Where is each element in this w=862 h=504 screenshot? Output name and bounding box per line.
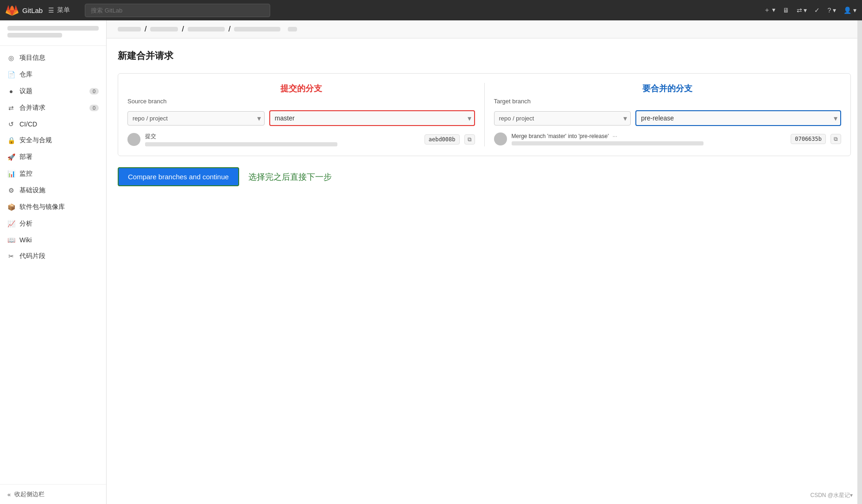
- menu-label: 菜单: [57, 6, 70, 14]
- security-icon: 🔒: [7, 137, 15, 144]
- target-repo-select-wrapper[interactable]: repo / project: [494, 111, 631, 126]
- todo-icon[interactable]: ✓: [814, 6, 820, 14]
- infra-label: 基础设施: [19, 186, 45, 195]
- new-button[interactable]: ＋ ▾: [764, 6, 775, 14]
- source-copy-button[interactable]: ⧉: [464, 134, 475, 145]
- breadcrumb-item-2: [150, 27, 178, 32]
- sidebar-item-packages[interactable]: 📦软件包与镜像库: [0, 199, 106, 215]
- deploy-icon: 🚀: [7, 153, 15, 161]
- hamburger-icon: ☰: [48, 6, 54, 14]
- search-bar[interactable]: [85, 4, 270, 17]
- user-avatar[interactable]: 👤 ▾: [843, 6, 856, 14]
- packages-label: 软件包与镜像库: [19, 203, 65, 211]
- source-repo-select[interactable]: repo / project: [127, 111, 265, 126]
- analytics-label: 分析: [19, 220, 32, 228]
- source-branch-selectors: repo / project master: [127, 110, 475, 126]
- page-body: 新建合并请求 提交的分支 Source branch repo / projec…: [107, 38, 862, 197]
- target-branch-select-wrapper[interactable]: pre-release: [635, 110, 841, 126]
- wiki-label: Wiki: [19, 236, 32, 244]
- sidebar: ◎项目信息📄仓库●议题0⇄合并请求0↺CI/CD🔒安全与合规🚀部署📊监控⚙基础设…: [0, 20, 107, 504]
- sidebar-item-cicd[interactable]: ↺CI/CD: [0, 116, 106, 132]
- monitor-label: 监控: [19, 170, 32, 178]
- target-commit-row: Merge branch 'master' into 'pre-release'…: [494, 132, 842, 145]
- screen-icon[interactable]: 🖥: [783, 6, 789, 14]
- source-branch-select[interactable]: master: [269, 110, 475, 126]
- sidebar-item-security[interactable]: 🔒安全与合规: [0, 132, 106, 149]
- sidebar-item-wiki[interactable]: 📖Wiki: [0, 232, 106, 248]
- compare-annotation: 选择完之后直接下一步: [248, 171, 332, 183]
- issues-badge: 0: [89, 88, 99, 94]
- main-layout: ◎项目信息📄仓库●议题0⇄合并请求0↺CI/CD🔒安全与合规🚀部署📊监控⚙基础设…: [0, 20, 862, 504]
- source-branch-section: 提交的分支 Source branch repo / project maste…: [127, 83, 475, 146]
- merge-requests-label: 合并请求: [19, 104, 45, 112]
- breadcrumb-sep-2: /: [182, 25, 184, 33]
- sidebar-item-issues[interactable]: ●议题0: [0, 83, 106, 100]
- source-commit-avatar: [127, 133, 140, 146]
- target-commit-message: Merge branch 'master' into 'pre-release'…: [512, 133, 786, 139]
- snippets-icon: ✂: [7, 252, 15, 260]
- search-input[interactable]: [85, 4, 270, 17]
- merge-requests-badge: 0: [89, 105, 99, 111]
- target-commit-placeholder: [512, 141, 704, 145]
- target-commit-dots: ···: [613, 133, 617, 139]
- sidebar-item-merge-requests[interactable]: ⇄合并请求0: [0, 100, 106, 116]
- compare-button[interactable]: Compare branches and continue: [118, 167, 239, 186]
- topnav-actions: ＋ ▾ 🖥 ⇄ ▾ ✓ ? ▾ 👤 ▾: [764, 6, 856, 14]
- target-repo-select[interactable]: repo / project: [494, 111, 631, 126]
- snippets-label: 代码片段: [19, 252, 45, 260]
- project-info-label: 项目信息: [19, 54, 45, 62]
- sidebar-item-project-info[interactable]: ◎项目信息: [0, 50, 106, 66]
- breadcrumb-item-4: [234, 27, 280, 32]
- breadcrumb-sep-1: /: [145, 25, 146, 33]
- packages-icon: 📦: [7, 203, 15, 211]
- gitlab-logo[interactable]: GitLab: [6, 4, 43, 17]
- branch-selection-card: 提交的分支 Source branch repo / project maste…: [118, 73, 851, 156]
- sidebar-nav: ◎项目信息📄仓库●议题0⇄合并请求0↺CI/CD🔒安全与合规🚀部署📊监控⚙基础设…: [0, 46, 106, 484]
- target-branch-label: Target branch: [494, 98, 842, 105]
- sidebar-item-deploy[interactable]: 🚀部署: [0, 149, 106, 165]
- source-commit-row: 提交 aebd008b ⧉: [127, 132, 475, 146]
- monitor-icon: 📊: [7, 170, 15, 177]
- analytics-icon: 📈: [7, 220, 15, 227]
- target-branch-select[interactable]: pre-release: [635, 110, 841, 126]
- target-branch-annotation: 要合并的分支: [494, 83, 842, 94]
- deploy-label: 部署: [19, 153, 32, 161]
- issues-icon: ●: [7, 88, 15, 95]
- menu-button[interactable]: ☰ 菜单: [48, 6, 70, 14]
- watermark: CSDN @水星记▾: [810, 491, 853, 499]
- target-commit-avatar: [494, 132, 507, 145]
- source-branch-label: Source branch: [127, 98, 475, 105]
- wiki-icon: 📖: [7, 236, 15, 244]
- target-branch-section: 要合并的分支 Target branch repo / project pre-…: [484, 83, 842, 146]
- sidebar-item-analytics[interactable]: 📈分析: [0, 215, 106, 232]
- target-commit-hash: 0706635b: [791, 134, 826, 144]
- target-copy-button[interactable]: ⧉: [830, 134, 841, 144]
- sidebar-item-infra[interactable]: ⚙基础设施: [0, 182, 106, 199]
- security-label: 安全与合规: [19, 136, 52, 145]
- repo-label: 仓库: [19, 70, 32, 79]
- source-commit-label: 提交: [145, 132, 420, 140]
- infra-icon: ⚙: [7, 187, 15, 194]
- cicd-icon: ↺: [7, 120, 15, 128]
- topnav: GitLab ☰ 菜单 ＋ ▾ 🖥 ⇄ ▾ ✓ ? ▾ 👤 ▾: [0, 0, 862, 20]
- source-branch-select-wrapper[interactable]: master: [269, 110, 475, 126]
- help-icon[interactable]: ? ▾: [827, 6, 836, 14]
- issues-label: 议题: [19, 87, 32, 95]
- sidebar-item-repo[interactable]: 📄仓库: [0, 66, 106, 83]
- sidebar-item-monitor[interactable]: 📊监控: [0, 165, 106, 182]
- sidebar-project-header: [0, 20, 106, 46]
- sidebar-collapse-btn[interactable]: « 收起侧边栏: [0, 484, 106, 504]
- main-content: / / / 新建合并请求 提交的分支 Source branch r: [107, 20, 862, 504]
- source-commit-message: [145, 142, 337, 146]
- collapse-label: 收起侧边栏: [14, 490, 44, 498]
- target-commit-message-text: Merge branch 'master' into 'pre-release': [512, 133, 609, 139]
- source-repo-select-wrapper[interactable]: repo / project: [127, 111, 265, 126]
- repo-icon: 📄: [7, 71, 15, 78]
- merge-icon[interactable]: ⇄ ▾: [797, 6, 807, 14]
- merge-requests-icon: ⇄: [7, 104, 15, 112]
- collapse-icon: «: [7, 491, 11, 498]
- sidebar-item-snippets[interactable]: ✂代码片段: [0, 248, 106, 265]
- breadcrumb-item-3: [188, 27, 225, 32]
- scrollbar[interactable]: [857, 20, 862, 504]
- source-branch-annotation: 提交的分支: [127, 83, 475, 94]
